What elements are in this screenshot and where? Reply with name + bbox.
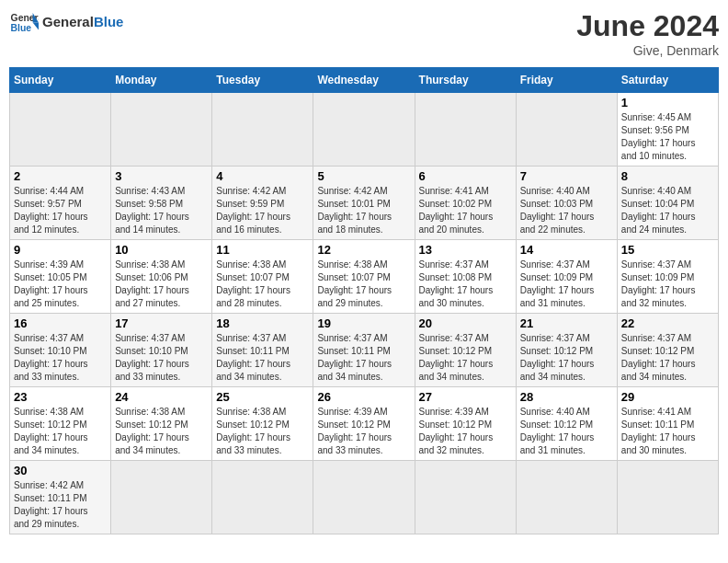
calendar-cell: 5Sunrise: 4:42 AM Sunset: 10:01 PM Dayli… (313, 167, 415, 240)
calendar-cell (313, 461, 415, 534)
calendar-week-row: 2Sunrise: 4:44 AM Sunset: 9:57 PM Daylig… (10, 167, 719, 240)
day-number: 28 (520, 390, 613, 404)
day-info: Sunrise: 4:40 AM Sunset: 10:03 PM Daylig… (520, 185, 613, 236)
calendar-week-row: 30Sunrise: 4:42 AM Sunset: 10:11 PM Dayl… (10, 461, 719, 534)
calendar-cell: 2Sunrise: 4:44 AM Sunset: 9:57 PM Daylig… (10, 167, 111, 240)
day-number: 16 (14, 316, 107, 330)
day-info: Sunrise: 4:37 AM Sunset: 10:12 PM Daylig… (520, 332, 613, 384)
day-number: 13 (419, 243, 512, 257)
day-number: 19 (317, 316, 410, 330)
weekday-header-thursday: Thursday (415, 68, 516, 93)
day-number: 26 (317, 390, 410, 404)
calendar-cell (10, 93, 111, 167)
location: Give, Denmark (576, 43, 719, 58)
calendar-week-row: 9Sunrise: 4:39 AM Sunset: 10:05 PM Dayli… (10, 240, 719, 314)
weekday-header-saturday: Saturday (617, 68, 718, 93)
day-number: 11 (216, 243, 309, 257)
day-info: Sunrise: 4:39 AM Sunset: 10:12 PM Daylig… (317, 406, 410, 457)
calendar-cell: 21Sunrise: 4:37 AM Sunset: 10:12 PM Dayl… (516, 314, 617, 387)
calendar-cell: 8Sunrise: 4:40 AM Sunset: 10:04 PM Dayli… (617, 167, 718, 240)
calendar-cell (111, 93, 212, 167)
calendar-cell: 1Sunrise: 4:45 AM Sunset: 9:56 PM Daylig… (617, 93, 718, 167)
day-info: Sunrise: 4:44 AM Sunset: 9:57 PM Dayligh… (14, 185, 107, 236)
calendar-cell (212, 93, 313, 167)
day-number: 8 (621, 169, 714, 183)
calendar-week-row: 1Sunrise: 4:45 AM Sunset: 9:56 PM Daylig… (10, 93, 719, 167)
calendar-cell: 18Sunrise: 4:37 AM Sunset: 10:11 PM Dayl… (212, 314, 313, 387)
day-info: Sunrise: 4:40 AM Sunset: 10:04 PM Daylig… (621, 185, 714, 236)
day-info: Sunrise: 4:37 AM Sunset: 10:09 PM Daylig… (621, 259, 714, 310)
day-info: Sunrise: 4:39 AM Sunset: 10:05 PM Daylig… (14, 259, 107, 310)
day-number: 10 (115, 243, 208, 257)
day-info: Sunrise: 4:38 AM Sunset: 10:12 PM Daylig… (216, 406, 309, 457)
day-info: Sunrise: 4:39 AM Sunset: 10:12 PM Daylig… (419, 406, 512, 457)
calendar-cell (212, 461, 313, 534)
calendar-cell: 29Sunrise: 4:41 AM Sunset: 10:11 PM Dayl… (617, 387, 718, 461)
day-number: 18 (216, 316, 309, 330)
day-number: 24 (115, 390, 208, 404)
day-number: 9 (14, 243, 107, 257)
day-number: 1 (621, 96, 714, 109)
day-number: 29 (621, 390, 714, 404)
calendar-cell (415, 93, 516, 167)
calendar-cell: 26Sunrise: 4:39 AM Sunset: 10:12 PM Dayl… (313, 387, 415, 461)
svg-text:Blue: Blue (11, 23, 32, 33)
logo-general-text: GeneralBlue (42, 15, 123, 30)
day-number: 6 (419, 169, 512, 183)
day-number: 2 (14, 169, 107, 183)
day-info: Sunrise: 4:38 AM Sunset: 10:12 PM Daylig… (115, 406, 208, 457)
day-number: 5 (317, 169, 410, 183)
day-number: 22 (621, 316, 714, 330)
calendar-cell: 13Sunrise: 4:37 AM Sunset: 10:08 PM Dayl… (415, 240, 516, 314)
calendar-table: SundayMondayTuesdayWednesdayThursdayFrid… (9, 67, 719, 534)
weekday-header-friday: Friday (516, 68, 617, 93)
day-info: Sunrise: 4:42 AM Sunset: 10:11 PM Daylig… (14, 479, 107, 531)
day-info: Sunrise: 4:37 AM Sunset: 10:09 PM Daylig… (520, 259, 613, 310)
calendar-cell: 14Sunrise: 4:37 AM Sunset: 10:09 PM Dayl… (516, 240, 617, 314)
day-info: Sunrise: 4:37 AM Sunset: 10:12 PM Daylig… (621, 332, 714, 384)
title-area: June 2024 Give, Denmark (576, 9, 719, 58)
weekday-header-tuesday: Tuesday (212, 68, 313, 93)
day-number: 3 (115, 169, 208, 183)
month-title: June 2024 (576, 9, 719, 43)
logo-icon: General Blue (9, 9, 39, 35)
calendar-cell: 25Sunrise: 4:38 AM Sunset: 10:12 PM Dayl… (212, 387, 313, 461)
day-number: 4 (216, 169, 309, 183)
calendar-cell (516, 93, 617, 167)
day-info: Sunrise: 4:37 AM Sunset: 10:08 PM Daylig… (419, 259, 512, 310)
svg-marker-3 (33, 22, 39, 29)
day-number: 14 (520, 243, 613, 257)
day-info: Sunrise: 4:43 AM Sunset: 9:58 PM Dayligh… (115, 185, 208, 236)
day-info: Sunrise: 4:38 AM Sunset: 10:12 PM Daylig… (14, 406, 107, 457)
page-header: General Blue GeneralBlue June 2024 Give,… (9, 9, 719, 58)
day-info: Sunrise: 4:41 AM Sunset: 10:02 PM Daylig… (419, 185, 512, 236)
calendar-cell: 9Sunrise: 4:39 AM Sunset: 10:05 PM Dayli… (10, 240, 111, 314)
day-info: Sunrise: 4:37 AM Sunset: 10:11 PM Daylig… (317, 332, 410, 384)
day-info: Sunrise: 4:37 AM Sunset: 10:12 PM Daylig… (419, 332, 512, 384)
calendar-cell: 10Sunrise: 4:38 AM Sunset: 10:06 PM Dayl… (111, 240, 212, 314)
calendar-cell: 19Sunrise: 4:37 AM Sunset: 10:11 PM Dayl… (313, 314, 415, 387)
day-info: Sunrise: 4:42 AM Sunset: 9:59 PM Dayligh… (216, 185, 309, 236)
day-info: Sunrise: 4:41 AM Sunset: 10:11 PM Daylig… (621, 406, 714, 457)
weekday-header-row: SundayMondayTuesdayWednesdayThursdayFrid… (10, 68, 719, 93)
calendar-cell: 24Sunrise: 4:38 AM Sunset: 10:12 PM Dayl… (111, 387, 212, 461)
calendar-cell: 22Sunrise: 4:37 AM Sunset: 10:12 PM Dayl… (617, 314, 718, 387)
day-info: Sunrise: 4:37 AM Sunset: 10:11 PM Daylig… (216, 332, 309, 384)
day-info: Sunrise: 4:37 AM Sunset: 10:10 PM Daylig… (115, 332, 208, 384)
calendar-cell: 15Sunrise: 4:37 AM Sunset: 10:09 PM Dayl… (617, 240, 718, 314)
calendar-cell: 17Sunrise: 4:37 AM Sunset: 10:10 PM Dayl… (111, 314, 212, 387)
day-info: Sunrise: 4:38 AM Sunset: 10:07 PM Daylig… (317, 259, 410, 310)
weekday-header-wednesday: Wednesday (313, 68, 415, 93)
calendar-cell: 16Sunrise: 4:37 AM Sunset: 10:10 PM Dayl… (10, 314, 111, 387)
calendar-week-row: 16Sunrise: 4:37 AM Sunset: 10:10 PM Dayl… (10, 314, 719, 387)
day-number: 20 (419, 316, 512, 330)
calendar-cell: 20Sunrise: 4:37 AM Sunset: 10:12 PM Dayl… (415, 314, 516, 387)
day-number: 12 (317, 243, 410, 257)
calendar-cell: 7Sunrise: 4:40 AM Sunset: 10:03 PM Dayli… (516, 167, 617, 240)
calendar-cell: 27Sunrise: 4:39 AM Sunset: 10:12 PM Dayl… (415, 387, 516, 461)
day-number: 21 (520, 316, 613, 330)
day-info: Sunrise: 4:42 AM Sunset: 10:01 PM Daylig… (317, 185, 410, 236)
day-info: Sunrise: 4:38 AM Sunset: 10:07 PM Daylig… (216, 259, 309, 310)
day-info: Sunrise: 4:45 AM Sunset: 9:56 PM Dayligh… (621, 111, 714, 163)
calendar-cell: 28Sunrise: 4:40 AM Sunset: 10:12 PM Dayl… (516, 387, 617, 461)
